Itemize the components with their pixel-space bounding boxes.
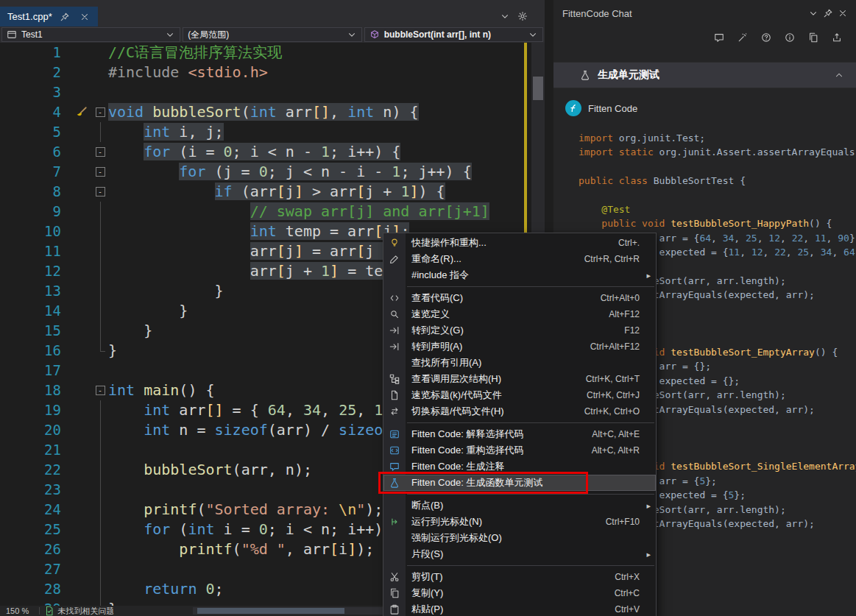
code-text[interactable]: int main() { <box>108 380 215 400</box>
code-text[interactable]: arr[j + 1] = temp; <box>108 261 409 281</box>
fold-margin <box>92 202 108 222</box>
code-text[interactable]: int temp = arr[j]; <box>108 222 409 241</box>
menu-item[interactable]: 查看调用层次结构(H)Ctrl+K, Ctrl+T <box>383 371 656 387</box>
line-number: 16 <box>0 341 70 361</box>
fold-toggle-icon[interactable]: - <box>96 187 105 197</box>
code-line[interactable]: 6- for (i = 0; i < n - 1; i++) { <box>0 142 524 162</box>
code-line[interactable]: 3 <box>0 82 524 102</box>
scope-dropdown[interactable]: (全局范围) <box>183 27 361 42</box>
code-text[interactable]: printf("%d ", arr[i]); <box>108 539 374 559</box>
menu-item[interactable]: 断点(B)▸ <box>383 498 656 514</box>
code-text[interactable]: for (int i = 0; i < n; i++) <box>108 520 383 539</box>
fold-margin[interactable]: - <box>92 380 108 400</box>
horizontal-scrollbar-thumb[interactable] <box>197 608 344 614</box>
collapse-icon[interactable] <box>834 70 844 80</box>
fold-toggle-icon[interactable]: - <box>96 386 105 395</box>
code-text[interactable]: if (arr[j] > arr[j + 1]) { <box>108 182 445 202</box>
export-icon[interactable] <box>830 30 844 45</box>
menu-item[interactable]: 切换标题/代码文件(H)Ctrl+K, Ctrl+O <box>383 403 656 419</box>
fold-toggle-icon[interactable]: - <box>96 147 105 157</box>
panel-dropdown-icon[interactable] <box>806 6 821 21</box>
info-icon[interactable] <box>782 30 797 45</box>
menu-item[interactable]: 运行到光标处(N)Ctrl+F10 <box>383 514 656 530</box>
fold-toggle-icon[interactable]: - <box>96 107 105 117</box>
help-icon[interactable] <box>759 30 774 45</box>
code-text[interactable]: } <box>108 321 152 341</box>
menu-item-label: #include 指令 <box>406 269 656 282</box>
comment-icon[interactable] <box>712 30 726 45</box>
line-number: 2 <box>0 63 70 82</box>
code-text[interactable]: // swap arr[j] and arr[j+1] <box>108 202 489 222</box>
menu-item[interactable]: 速览标题(k)/代码文件Ctrl+K, Ctrl+J <box>383 387 656 403</box>
code-text[interactable]: int i, j; <box>108 122 224 142</box>
menu-item[interactable]: Fitten Code: 生成注释 <box>383 459 656 475</box>
code-line[interactable]: 5 int i, j; <box>0 122 524 142</box>
close-icon[interactable] <box>77 10 92 24</box>
menu-item[interactable]: 复制(Y)Ctrl+C <box>383 585 656 601</box>
wand-icon[interactable] <box>735 30 750 45</box>
panel-close-icon[interactable] <box>835 6 850 21</box>
code-text[interactable]: for (i = 0; i < n - 1; i++) { <box>108 142 400 162</box>
code-text[interactable]: printf("Sorted array: \n"); <box>108 500 383 520</box>
code-text[interactable]: return 0; <box>108 579 224 599</box>
panel-header: FittenCode Chat <box>553 0 856 26</box>
menu-item[interactable]: 速览定义Alt+F12 <box>383 306 656 322</box>
fold-margin <box>92 63 108 82</box>
menu-item[interactable]: 片段(S)▸ <box>383 546 656 562</box>
code-line[interactable]: 8- if (arr[j] > arr[j + 1]) { <box>0 182 524 202</box>
member-dropdown[interactable]: bubbleSort(int arr[], int n) <box>364 27 543 42</box>
menu-item[interactable]: 粘贴(P)Ctrl+V <box>383 601 656 616</box>
code-text[interactable]: arr[j] = arr[j + 1]; <box>108 241 428 261</box>
line-number: 28 <box>0 579 70 599</box>
zoom-control[interactable]: 150 % <box>0 606 35 615</box>
fold-margin[interactable]: - <box>92 142 108 162</box>
gear-icon[interactable] <box>515 9 530 24</box>
menu-item[interactable]: Fitten Code: 解释选择代码Alt+C, Alt+E <box>383 426 656 442</box>
menu-item[interactable]: #include 指令▸ <box>383 267 656 283</box>
menu-item[interactable]: 转到定义(G)F12 <box>383 322 656 339</box>
pin-icon[interactable] <box>57 10 72 24</box>
code-line[interactable]: 4-void bubbleSort(int arr[], int n) { <box>0 102 524 122</box>
code-line[interactable]: 9 // swap arr[j] and arr[j+1] <box>0 202 524 222</box>
fold-margin <box>92 341 108 361</box>
fold-margin <box>92 82 108 102</box>
menu-item[interactable]: Fitten Code: 生成函数单元测试 <box>383 475 656 491</box>
fold-toggle-icon[interactable]: - <box>96 167 105 177</box>
unit-test-section-header[interactable]: 生成单元测试 <box>553 62 856 88</box>
glyph-margin <box>70 43 92 63</box>
project-dropdown[interactable]: Test1 <box>1 27 180 42</box>
fold-margin[interactable]: - <box>92 162 108 182</box>
code-line[interactable]: 1//C语言冒泡排序算法实现 <box>0 43 524 63</box>
panel-pin-icon[interactable] <box>821 6 835 21</box>
fold-margin[interactable]: - <box>92 182 108 202</box>
document-dropdown-icon[interactable] <box>498 9 512 24</box>
menu-item[interactable]: 查找所有引用(A) <box>383 355 656 371</box>
code-text[interactable]: } <box>108 341 117 361</box>
menu-item[interactable]: 查看代码(C)Ctrl+Alt+0 <box>383 290 656 306</box>
code-text[interactable]: } <box>108 301 188 321</box>
code-text[interactable]: #include <stdio.h> <box>108 63 268 82</box>
glyph-margin <box>70 539 92 559</box>
code-line[interactable]: 2#include <stdio.h> <box>0 63 524 82</box>
menu-item[interactable]: 强制运行到光标处(O) <box>383 530 656 546</box>
fold-margin[interactable]: - <box>92 102 108 122</box>
menu-item-shortcut: Ctrl+. <box>618 238 656 248</box>
code-text[interactable]: bubbleSort(arr, n); <box>108 460 312 480</box>
menu-item[interactable]: Fitten Code: 重构选择代码Alt+C, Alt+R <box>383 442 656 459</box>
fold-margin <box>92 579 108 599</box>
code-text[interactable]: void bubbleSort(int arr[], int n) { <box>108 102 419 122</box>
code-text[interactable]: } <box>108 281 224 301</box>
document-health-icon[interactable] <box>44 606 54 616</box>
code-text[interactable]: for (j = 0; j < n - i - 1; j++) { <box>108 162 472 182</box>
menu-item[interactable]: 剪切(T)Ctrl+X <box>383 569 656 585</box>
fold-margin <box>92 559 108 579</box>
copy-icon[interactable] <box>806 30 821 45</box>
menu-item[interactable]: 重命名(R)...Ctrl+R, Ctrl+R <box>383 251 656 267</box>
code-line[interactable]: 7- for (j = 0; j < n - i - 1; j++) { <box>0 162 524 182</box>
tab-test1-cpp[interactable]: Test1.cpp* <box>0 7 98 26</box>
menu-item[interactable]: 转到声明(A)Ctrl+Alt+F12 <box>383 339 656 355</box>
menu-item[interactable]: 快捷操作和重构...Ctrl+. <box>383 235 656 251</box>
code-text[interactable]: //C语言冒泡排序算法实现 <box>108 43 282 63</box>
chevron-down-icon <box>347 29 357 40</box>
glyph-margin <box>70 182 92 202</box>
